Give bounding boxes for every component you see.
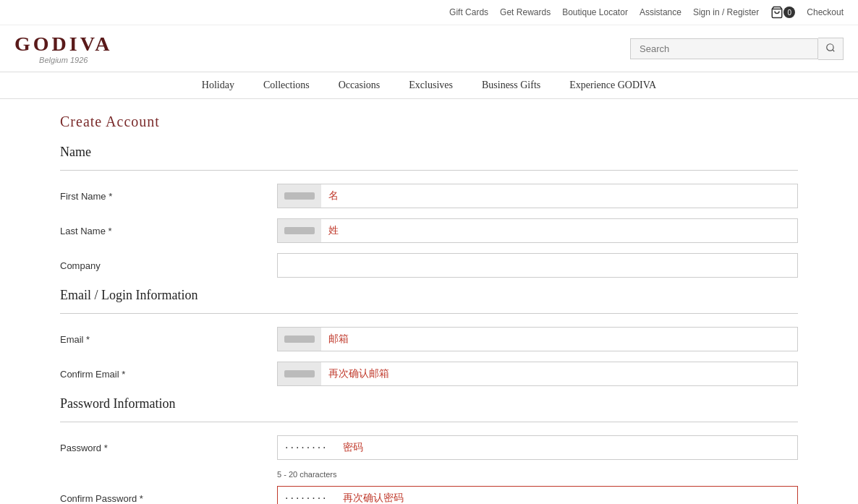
page-title: Create Account — [60, 114, 798, 130]
blur-block — [284, 192, 315, 200]
blur-block-3 — [284, 336, 315, 343]
header: GODIVA Belgium 1926 — [0, 25, 858, 72]
email-label: Email * — [60, 334, 277, 345]
last-name-input-wrapper[interactable]: 姓 — [277, 218, 798, 243]
first-name-input-wrapper[interactable]: 名 — [277, 184, 798, 208]
email-value: 邮箱 — [321, 333, 356, 346]
sign-in-link[interactable]: Sign in / Register — [693, 7, 759, 17]
confirm-password-row: Confirm Password * ········ 再次确认密码 — [60, 486, 798, 504]
get-rewards-link[interactable]: Get Rewards — [500, 7, 551, 17]
blur-block-4 — [284, 370, 315, 377]
password-section: Password Information Password * ········… — [60, 396, 798, 504]
password-section-heading: Password Information — [60, 396, 798, 411]
first-name-blur-icon — [278, 184, 321, 208]
logo-tagline: Belgium 1926 — [39, 56, 88, 64]
nav-item-exclusives[interactable]: Exclusives — [409, 80, 453, 91]
email-divider — [60, 313, 798, 314]
first-name-row: First Name * 名 — [60, 184, 798, 208]
cart-icon — [770, 6, 783, 19]
first-name-value: 名 — [321, 189, 346, 202]
boutique-locator-link[interactable]: Boutique Locator — [562, 7, 628, 17]
email-section: Email / Login Information Email * 邮箱 Con… — [60, 288, 798, 386]
logo-area[interactable]: GODIVA Belgium 1926 — [14, 33, 113, 64]
checkout-link[interactable]: Checkout — [807, 7, 844, 17]
nav-item-business-gifts[interactable]: Business Gifts — [482, 80, 540, 91]
password-input-wrapper[interactable]: ········ 密码 — [277, 435, 798, 460]
password-value: 密码 — [336, 441, 370, 454]
svg-point-1 — [827, 43, 833, 50]
name-section-heading: Name — [60, 145, 798, 160]
blur-block-2 — [284, 227, 315, 234]
confirm-email-blur-icon — [278, 362, 321, 385]
nav-item-experience-godiva[interactable]: Experience GODIVA — [569, 80, 656, 91]
name-divider — [60, 170, 798, 171]
cart-icon-wrapper[interactable]: 0 — [770, 6, 795, 19]
company-row: Company — [60, 253, 798, 278]
search-icon — [825, 43, 836, 53]
nav-item-collections[interactable]: Collections — [263, 80, 310, 91]
last-name-label: Last Name * — [60, 226, 277, 236]
password-label: Password * — [60, 443, 277, 453]
confirm-email-input-wrapper[interactable]: 再次确认邮箱 — [277, 362, 798, 386]
last-name-blur-icon — [278, 219, 321, 242]
confirm-email-value: 再次确认邮箱 — [321, 367, 396, 380]
last-name-row: Last Name * 姓 — [60, 218, 798, 243]
company-label: Company — [60, 260, 277, 271]
email-section-heading: Email / Login Information — [60, 288, 798, 303]
nav-bar: Holiday Collections Occasions Exclusives… — [0, 72, 858, 99]
password-dots: ········ — [278, 441, 336, 454]
password-hint: 5 - 20 characters — [277, 470, 798, 479]
confirm-password-label: Confirm Password * — [60, 493, 277, 504]
confirm-password-value: 再次确认密码 — [336, 492, 411, 504]
main-content: Create Account Name First Name * 名 Last … — [46, 99, 812, 504]
password-row: Password * ········ 密码 — [60, 435, 798, 460]
gift-cards-link[interactable]: Gift Cards — [449, 7, 488, 17]
confirm-password-input-wrapper[interactable]: ········ 再次确认密码 — [277, 486, 798, 504]
nav-item-occasions[interactable]: Occasions — [339, 80, 381, 91]
confirm-email-label: Confirm Email * — [60, 369, 277, 380]
email-row: Email * 邮箱 — [60, 327, 798, 351]
search-area — [630, 38, 844, 60]
email-blur-icon — [278, 328, 321, 351]
cart-count-badge: 0 — [783, 7, 795, 18]
name-section: Name First Name * 名 Last Name * 姓 — [60, 145, 798, 278]
search-input[interactable] — [630, 38, 818, 59]
assistance-link[interactable]: Assistance — [640, 7, 681, 17]
utility-bar: Gift Cards Get Rewards Boutique Locator … — [0, 0, 858, 25]
search-button[interactable] — [818, 38, 844, 60]
first-name-label: First Name * — [60, 191, 277, 202]
logo-text: GODIVA — [14, 33, 113, 56]
password-divider — [60, 422, 798, 422]
nav-item-holiday[interactable]: Holiday — [202, 80, 234, 91]
svg-line-2 — [833, 49, 835, 51]
confirm-password-dots: ········ — [278, 492, 336, 504]
email-input-wrapper[interactable]: 邮箱 — [277, 327, 798, 351]
last-name-value: 姓 — [321, 224, 346, 237]
confirm-email-row: Confirm Email * 再次确认邮箱 — [60, 362, 798, 386]
company-input[interactable] — [277, 253, 798, 278]
